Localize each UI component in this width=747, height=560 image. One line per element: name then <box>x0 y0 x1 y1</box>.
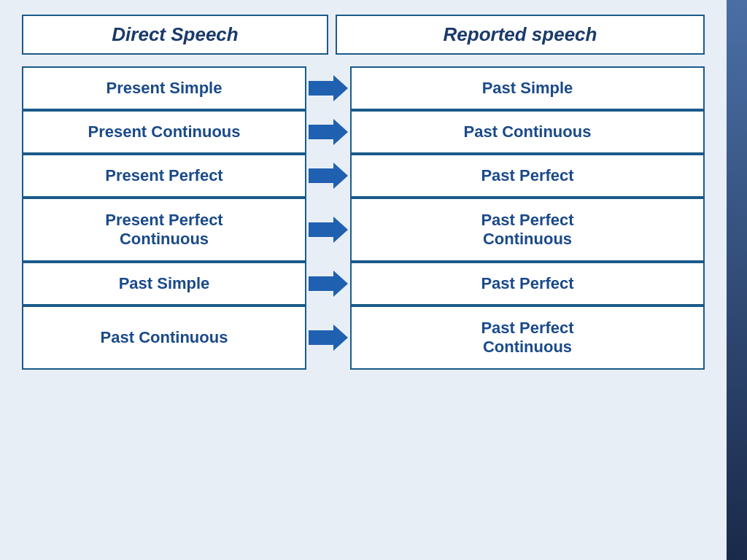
tense-row-0: Present Simple Past Simple <box>22 66 705 110</box>
svg-marker-1 <box>309 119 348 145</box>
tense-row-3: Present Perfect Continuous Past Perfect … <box>22 198 705 262</box>
tense-right-0: Past Simple <box>350 66 705 110</box>
svg-marker-4 <box>309 271 348 297</box>
arrow-5 <box>306 324 350 351</box>
svg-marker-3 <box>309 217 348 243</box>
arrow-2 <box>306 163 350 189</box>
arrow-icon <box>309 217 348 243</box>
arrow-0 <box>306 75 350 101</box>
reported-speech-label: Reported speech <box>444 23 597 46</box>
reported-speech-header: Reported speech <box>336 15 705 55</box>
tense-right-3: Past Perfect Continuous <box>350 198 705 262</box>
arrow-1 <box>306 119 350 145</box>
tense-left-2: Present Perfect <box>22 154 306 198</box>
tense-left-5: Past Continuous <box>22 306 306 370</box>
header-row: Direct Speech Reported speech <box>22 15 705 55</box>
direct-speech-label: Direct Speech <box>112 23 238 46</box>
arrow-icon <box>309 271 348 297</box>
tense-row-5: Past Continuous Past Perfect Continuous <box>22 306 705 370</box>
arrow-icon <box>309 163 348 189</box>
tense-row-1: Present Continuous Past Continuous <box>22 110 705 154</box>
svg-marker-0 <box>309 75 348 101</box>
arrow-4 <box>306 271 350 297</box>
tense-left-4: Past Simple <box>22 262 306 306</box>
tense-row-2: Present Perfect Past Perfect <box>22 154 705 198</box>
svg-marker-2 <box>309 163 348 189</box>
tense-left-0: Present Simple <box>22 66 306 110</box>
sidebar <box>727 0 747 560</box>
tense-rows-container: Present Simple Past SimplePresent Contin… <box>22 66 705 370</box>
tense-left-1: Present Continuous <box>22 110 306 154</box>
direct-speech-header: Direct Speech <box>22 15 328 55</box>
arrow-icon <box>309 75 348 101</box>
arrow-icon <box>309 324 348 351</box>
arrow-icon <box>309 119 348 145</box>
arrow-3 <box>306 217 350 243</box>
main-content: Direct Speech Reported speech Present Si… <box>0 0 727 560</box>
tense-right-5: Past Perfect Continuous <box>350 306 705 370</box>
tense-row-4: Past Simple Past Perfect <box>22 262 705 306</box>
tense-left-3: Present Perfect Continuous <box>22 198 306 262</box>
tense-right-2: Past Perfect <box>350 154 705 198</box>
tense-right-4: Past Perfect <box>350 262 705 306</box>
tense-right-1: Past Continuous <box>350 110 705 154</box>
svg-marker-5 <box>309 324 348 351</box>
